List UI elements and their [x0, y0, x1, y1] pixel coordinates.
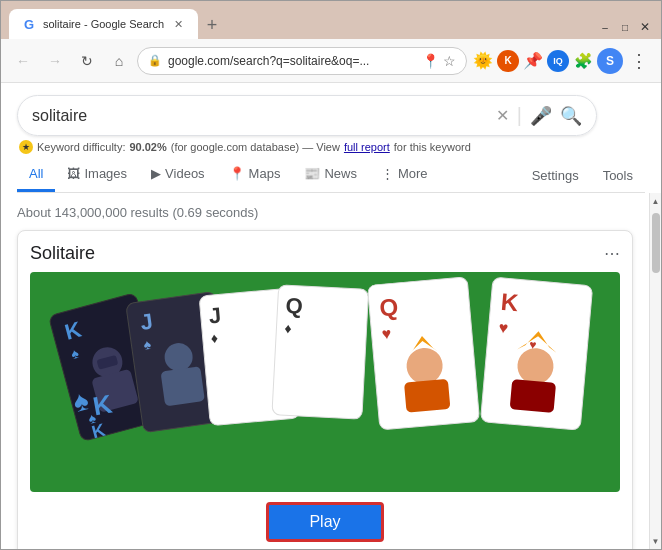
svg-text:♦: ♦ [210, 330, 219, 347]
solitaire-card: Solitaire ⋯ K ♠ [17, 230, 633, 549]
reload-button[interactable]: ↻ [73, 47, 101, 75]
ext-k-icon[interactable]: K [497, 50, 519, 72]
browser-window: G solitaire - Google Search ✕ + – □ ✕ ← … [0, 0, 662, 550]
close-button[interactable]: ✕ [637, 19, 653, 35]
keyword-difficulty-bar: ★ Keyword difficulty: 90.02% (for google… [17, 136, 645, 154]
results-area: About 143,000,000 results (0.69 seconds)… [1, 193, 649, 549]
keyword-difficulty: 90.02% [129, 141, 166, 153]
search-submit-icon[interactable]: 🔍 [560, 105, 582, 127]
lock-icon: 🔒 [148, 54, 162, 67]
game-image: K ♠ ♠ K J ♠ [30, 272, 620, 492]
search-input[interactable] [32, 107, 488, 125]
profile-icon[interactable]: S [597, 48, 623, 74]
window-scrollbar: ▲ ▼ [649, 193, 661, 549]
filter-tabs: All 🖼 Images ▶ Videos 📍 Maps 📰 News ⋮ Mo… [17, 154, 645, 193]
ext-iq-icon[interactable]: IQ [547, 50, 569, 72]
svg-rect-24 [404, 379, 450, 413]
more-tab-label: More [398, 166, 428, 181]
maps-tab-icon: 📍 [229, 166, 245, 181]
news-tab-icon: 📰 [304, 166, 320, 181]
new-tab-button[interactable]: + [198, 11, 226, 39]
svg-text:Q: Q [378, 293, 399, 322]
search-mic-icon[interactable]: 🎤 [530, 105, 552, 127]
maximize-button[interactable]: □ [617, 19, 633, 35]
keyword-full-report-link[interactable]: full report [344, 141, 390, 153]
more-options-button[interactable]: ⋮ [625, 47, 653, 75]
svg-rect-13 [160, 366, 204, 406]
svg-text:K: K [500, 288, 520, 316]
share-icon[interactable]: ⋯ [604, 244, 620, 263]
filter-tab-videos[interactable]: ▶ Videos [139, 158, 217, 192]
solitaire-header: Solitaire ⋯ [30, 243, 620, 264]
images-tab-label: Images [84, 166, 127, 181]
scroll-down-button[interactable]: ▼ [650, 533, 661, 549]
settings-button[interactable]: Settings [520, 160, 591, 191]
filter-tab-news[interactable]: 📰 News [292, 158, 369, 192]
videos-tab-icon: ▶ [151, 166, 161, 181]
title-bar: G solitaire - Google Search ✕ + – □ ✕ [1, 1, 661, 39]
minimize-button[interactable]: – [597, 19, 613, 35]
svg-text:♥: ♥ [381, 325, 392, 343]
svg-text:Q: Q [285, 293, 303, 319]
play-button-container: Play [30, 492, 620, 546]
images-tab-icon: 🖼 [67, 166, 80, 181]
filter-tab-maps[interactable]: 📍 Maps [217, 158, 293, 192]
svg-rect-30 [510, 379, 556, 413]
location-icon[interactable]: 📍 [422, 53, 439, 69]
keyword-text2: (for google.com database) — View [171, 141, 340, 153]
news-tab-label: News [324, 166, 357, 181]
address-icons: 📍 ☆ [422, 53, 456, 69]
filter-tab-more[interactable]: ⋮ More [369, 158, 440, 192]
keyword-icon: ★ [19, 140, 33, 154]
window-controls: – □ ✕ [597, 19, 653, 39]
address-text: google.com/search?q=solitaire&oq=... [168, 54, 416, 68]
play-button[interactable]: Play [266, 502, 383, 542]
ext-p-icon[interactable]: 📌 [521, 49, 545, 73]
bookmark-icon[interactable]: ☆ [443, 53, 456, 69]
tab-favicon: G [21, 16, 37, 32]
svg-text:♥: ♥ [529, 338, 537, 353]
ext-sun-icon[interactable]: 🌞 [471, 49, 495, 73]
nav-bar: ← → ↻ ⌂ 🔒 google.com/search?q=solitaire&… [1, 39, 661, 83]
search-divider: | [517, 104, 522, 127]
address-bar[interactable]: 🔒 google.com/search?q=solitaire&oq=... 📍… [137, 47, 467, 75]
videos-tab-label: Videos [165, 166, 205, 181]
nav-right-icons: 🌞 K 📌 IQ 🧩 S ⋮ [471, 47, 653, 75]
filter-tab-all[interactable]: All [17, 158, 55, 192]
svg-text:♦: ♦ [284, 320, 292, 336]
tab-close-button[interactable]: ✕ [170, 16, 186, 32]
keyword-text3: for this keyword [394, 141, 471, 153]
scroll-thumb[interactable] [652, 213, 660, 273]
filter-right-actions: Settings Tools [520, 160, 645, 191]
keyword-label: Keyword difficulty: [37, 141, 125, 153]
main-content: About 143,000,000 results (0.69 seconds)… [1, 193, 661, 549]
search-container: ✕ | 🎤 🔍 ★ Keyword difficulty: 90.02% (fo… [1, 83, 661, 193]
browser-tab[interactable]: G solitaire - Google Search ✕ [9, 9, 198, 39]
home-button[interactable]: ⌂ [105, 47, 133, 75]
svg-text:♥: ♥ [498, 319, 509, 337]
svg-text:J: J [208, 302, 222, 328]
scroll-up-button[interactable]: ▲ [650, 193, 661, 209]
more-tab-icon: ⋮ [381, 166, 394, 181]
solitaire-title: Solitaire [30, 243, 95, 264]
extensions-icon[interactable]: 🧩 [571, 49, 595, 73]
forward-button[interactable]: → [41, 47, 69, 75]
search-box: ✕ | 🎤 🔍 [17, 95, 597, 136]
filter-tab-images[interactable]: 🖼 Images [55, 158, 139, 192]
maps-tab-label: Maps [249, 166, 281, 181]
search-clear-button[interactable]: ✕ [496, 106, 509, 125]
tools-button[interactable]: Tools [591, 160, 645, 191]
back-button[interactable]: ← [9, 47, 37, 75]
tab-title: solitaire - Google Search [43, 18, 164, 30]
results-count: About 143,000,000 results (0.69 seconds) [17, 201, 633, 230]
all-tab-label: All [29, 166, 43, 181]
